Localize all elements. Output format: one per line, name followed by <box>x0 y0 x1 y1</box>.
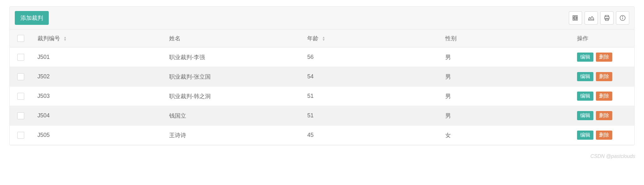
svg-rect-5 <box>589 19 594 20</box>
cell-id: J501 <box>32 48 164 67</box>
referee-table: 裁判编号 ▲▼ 姓名 年龄 ▲▼ 性别 操作 <box>10 30 634 145</box>
svg-point-11 <box>622 16 623 17</box>
cell-gender: 男 <box>440 48 571 67</box>
header-age-label: 年龄 <box>307 35 319 42</box>
header-name: 姓名 <box>164 30 302 48</box>
row-checkbox-cell <box>10 126 32 145</box>
table-row: J503职业裁判-韩之洞51男编辑删除 <box>10 87 634 106</box>
cell-age: 51 <box>302 106 440 126</box>
svg-rect-1 <box>573 18 574 20</box>
header-op: 操作 <box>571 30 634 48</box>
table-row: J505王诗诗45女编辑删除 <box>10 126 634 145</box>
edit-button[interactable]: 编辑 <box>577 131 593 140</box>
row-checkbox-cell <box>10 106 32 126</box>
header-checkbox-cell <box>10 30 32 48</box>
add-referee-button[interactable]: 添加裁判 <box>15 11 49 25</box>
select-all-checkbox[interactable] <box>17 35 24 42</box>
cell-id: J502 <box>32 67 164 87</box>
info-icon[interactable] <box>616 11 629 25</box>
toolbar-actions <box>569 11 629 25</box>
table-row: J504钱国立51男编辑删除 <box>10 106 634 126</box>
svg-rect-2 <box>575 16 576 20</box>
cell-op: 编辑删除 <box>571 48 634 67</box>
cell-age: 51 <box>302 87 440 106</box>
cell-age: 54 <box>302 67 440 87</box>
cell-age: 45 <box>302 126 440 145</box>
row-checkbox-cell <box>10 87 32 106</box>
svg-rect-4 <box>576 18 578 20</box>
cell-id: J504 <box>32 106 164 126</box>
print-icon[interactable] <box>600 11 613 25</box>
cell-op: 编辑删除 <box>571 87 634 106</box>
cell-name: 职业裁判-张立国 <box>164 67 302 87</box>
cell-id: J505 <box>32 126 164 145</box>
row-checkbox-cell <box>10 67 32 87</box>
row-checkbox-cell <box>10 48 32 67</box>
header-id-label: 裁判编号 <box>37 35 60 42</box>
sort-icon: ▲▼ <box>64 36 67 41</box>
header-id[interactable]: 裁判编号 ▲▼ <box>32 30 164 48</box>
cell-gender: 男 <box>440 87 571 106</box>
cell-age: 56 <box>302 48 440 67</box>
toolbar: 添加裁判 <box>10 7 634 30</box>
header-gender-label: 性别 <box>445 35 457 42</box>
table-row: J501职业裁判-李强56男编辑删除 <box>10 48 634 67</box>
row-checkbox[interactable] <box>17 54 24 61</box>
delete-button[interactable]: 删除 <box>596 131 612 140</box>
edit-button[interactable]: 编辑 <box>577 53 593 62</box>
edit-button[interactable]: 编辑 <box>577 111 593 120</box>
export-icon[interactable] <box>585 11 598 25</box>
header-name-label: 姓名 <box>169 35 180 42</box>
header-age[interactable]: 年龄 ▲▼ <box>302 30 440 48</box>
row-checkbox[interactable] <box>17 112 24 119</box>
edit-button[interactable]: 编辑 <box>577 92 593 101</box>
header-op-label: 操作 <box>577 35 588 42</box>
sort-icon: ▲▼ <box>322 36 325 41</box>
cell-gender: 女 <box>440 126 571 145</box>
columns-icon[interactable] <box>569 11 582 25</box>
cell-gender: 男 <box>440 67 571 87</box>
cell-name: 钱国立 <box>164 106 302 126</box>
row-checkbox[interactable] <box>17 93 24 100</box>
table-row: J502职业裁判-张立国54男编辑删除 <box>10 67 634 87</box>
svg-rect-0 <box>573 16 574 18</box>
delete-button[interactable]: 删除 <box>596 92 612 101</box>
edit-button[interactable]: 编辑 <box>577 72 593 81</box>
cell-name: 职业裁判-李强 <box>164 48 302 67</box>
svg-rect-8 <box>605 19 608 20</box>
cell-name: 王诗诗 <box>164 126 302 145</box>
svg-rect-3 <box>576 16 578 18</box>
cell-op: 编辑删除 <box>571 67 634 87</box>
watermark-text: CSDN @pastclouds <box>0 152 644 160</box>
table-header-row: 裁判编号 ▲▼ 姓名 年龄 ▲▼ 性别 操作 <box>10 30 634 48</box>
delete-button[interactable]: 删除 <box>596 72 612 81</box>
cell-gender: 男 <box>440 106 571 126</box>
cell-op: 编辑删除 <box>571 126 634 145</box>
delete-button[interactable]: 删除 <box>596 111 612 120</box>
cell-id: J503 <box>32 87 164 106</box>
header-gender: 性别 <box>440 30 571 48</box>
row-checkbox[interactable] <box>17 132 24 139</box>
cell-name: 职业裁判-韩之洞 <box>164 87 302 106</box>
delete-button[interactable]: 删除 <box>596 53 612 62</box>
cell-op: 编辑删除 <box>571 106 634 126</box>
row-checkbox[interactable] <box>17 73 24 80</box>
